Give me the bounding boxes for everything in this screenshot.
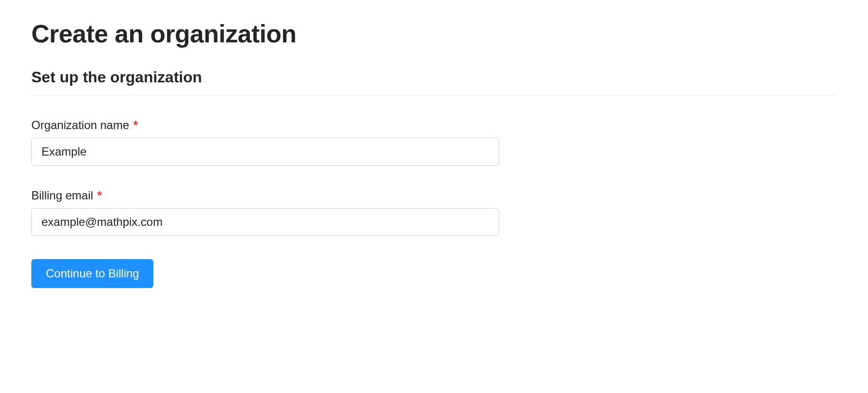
required-mark: * [97, 189, 102, 202]
section-title: Set up the organization [31, 68, 837, 95]
org-name-label-text: Organization name [31, 118, 129, 131]
continue-to-billing-button[interactable]: Continue to Billing [31, 259, 153, 288]
billing-email-input[interactable] [31, 208, 499, 236]
page-title: Create an organization [31, 19, 837, 48]
org-name-label: Organization name * [31, 118, 837, 132]
billing-email-label: Billing email * [31, 189, 837, 202]
billing-email-label-text: Billing email [31, 189, 93, 202]
org-name-group: Organization name * [31, 118, 837, 166]
org-name-input[interactable] [31, 138, 499, 166]
billing-email-group: Billing email * [31, 189, 837, 236]
required-mark: * [133, 118, 137, 131]
